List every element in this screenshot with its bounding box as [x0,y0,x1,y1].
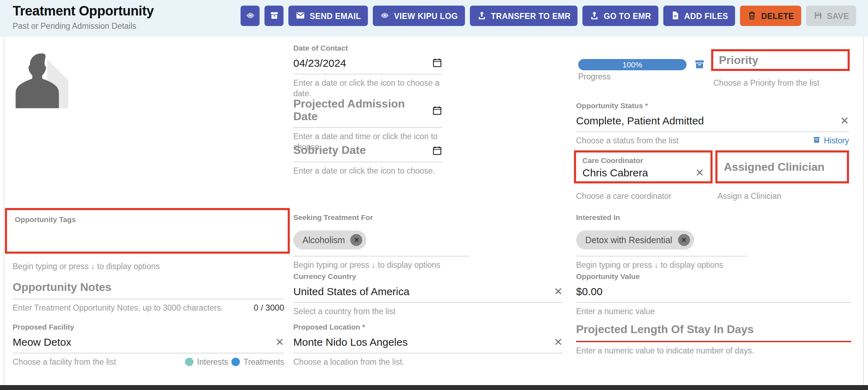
file-icon [670,10,680,21]
seeking-treatment-for-helper: Begin typing or press ↓ to display optio… [293,260,469,270]
proposed-facility-value: Meow Detox [13,336,71,347]
save-button[interactable]: SAVE [806,6,856,26]
view-kipu-log-button[interactable]: VIEW KIPU LOG [373,6,465,26]
opportunity-value-label: Opportunity Value [576,272,851,280]
left-border [4,37,4,385]
bottom-bar [0,385,868,390]
save-label: SAVE [827,12,849,20]
treatments-dot-icon [232,358,240,366]
legend-treatments-label: Treatments [244,358,284,366]
transfer-to-emr-button[interactable]: TRANSFER TO EMR [470,6,578,26]
opportunity-tags-label: Opportunity Tags [15,215,280,223]
care-coordinator-helper: Choose a care coordinator [576,191,671,201]
transfer-to-emr-label: TRANSFER TO EMR [491,12,571,20]
opportunity-value-input[interactable]: $0.00 [576,284,851,303]
proposed-facility-input[interactable]: Meow Detox ✕ [13,334,284,353]
facility-legend: Interests Treatments [185,358,284,366]
field-currency-country: Currency Country United States of Americ… [293,272,563,317]
interested-in-input[interactable]: Detox with Residential ✕ [576,225,747,256]
projected-length-of-stay-input[interactable]: Projected Length Of Stay In Days [576,323,851,342]
view-kipu-log-label: VIEW KIPU LOG [394,12,458,20]
interests-dot-icon [185,358,193,366]
date-of-contact-label: Date of Contact [293,44,442,52]
date-of-contact-input[interactable]: 04/23/2024 [293,56,442,74]
opportunity-status-input[interactable]: Complete, Patient Admitted ✕ [576,113,849,132]
sobriety-date-input[interactable]: Sobriety Date [293,143,442,162]
assigned-clinician-placeholder: Assigned Clinician [724,161,824,173]
header: Treatment Opportunity Past or Pending Ad… [0,0,868,37]
care-coordinator-value: Chris Cabrera [582,167,648,178]
chip-label: Detox with Residential [585,235,672,245]
save-icon [813,10,823,21]
sobriety-date-placeholder: Sobriety Date [293,144,366,157]
opportunity-notes-input[interactable]: Opportunity Notes [13,280,284,299]
chip-alcoholism: Alcoholism ✕ [293,230,367,249]
chip-remove-icon[interactable]: ✕ [678,234,690,246]
opportunity-tags-input[interactable]: Opportunity Tags [5,208,290,254]
send-email-button[interactable]: SEND EMAIL [288,6,368,26]
clear-icon[interactable]: ✕ [550,286,563,296]
interested-in-helper: Begin typing or press ↓ to display optio… [576,260,747,270]
progress-bar: 100% [578,59,687,70]
priority-input[interactable]: Priority [711,49,850,71]
chip-remove-icon[interactable]: ✕ [351,234,363,246]
calendar-icon[interactable] [432,105,442,116]
archive-box-icon [269,10,279,21]
care-coordinator-input[interactable]: Care Coordinator Chris Cabrera ✕ [574,150,713,183]
calendar-icon[interactable] [432,57,442,68]
field-date-of-contact: Date of Contact 04/23/2024 Enter a date … [293,44,442,98]
clear-icon[interactable]: ✕ [550,336,563,347]
upload-icon [590,10,600,21]
proposed-location-value: Monte Nido Los Angeles [293,336,408,347]
field-projected-length-of-stay: Projected Length Of Stay In Days Enter a… [576,323,851,356]
progress-archive-button[interactable] [694,58,706,70]
proposed-location-input[interactable]: Monte Nido Los Angeles ✕ [293,334,563,353]
opportunity-status-value: Complete, Patient Admitted [576,114,704,126]
toolbar: SEND EMAIL VIEW KIPU LOG TRANSFER TO EMR… [241,6,856,26]
priority-placeholder: Priority [719,54,758,66]
opportunity-notes-placeholder: Opportunity Notes [13,281,111,294]
eye-icon [380,10,390,21]
add-files-button[interactable]: ADD FILES [663,6,735,26]
proposed-location-helper: Choose a location from the list. [293,357,563,367]
legend-interests-label: Interests [197,358,228,366]
archive-box-icon [812,136,821,146]
go-to-emr-button[interactable]: GO TO EMR [583,6,658,26]
opportunity-value-helper: Enter a numeric value [576,306,851,317]
add-files-label: ADD FILES [684,12,728,20]
opportunity-status-helper: Choose a status from the list [576,136,678,146]
send-email-label: SEND EMAIL [309,12,361,20]
assigned-clinician-helper: Assign a Clinician [717,191,781,201]
envelope-icon [295,10,305,21]
archive-button[interactable] [264,6,283,26]
care-coordinator-label: Care Coordinator [582,156,704,164]
clear-icon[interactable]: ✕ [691,167,704,178]
priority-helper: Choose a Priority from the list [713,78,819,88]
opportunity-notes-helper: Enter Treatment Opportunity Notes, up to… [13,303,223,313]
page-subtitle: Past or Pending Admission Details [13,22,136,30]
status-history-link[interactable]: History [812,136,849,146]
seeking-treatment-for-label: Seeking Treatment For [293,213,469,221]
seeking-treatment-for-input[interactable]: Alcoholism ✕ [293,225,469,256]
projected-admission-date-input[interactable]: Projected Admission Date [293,98,442,128]
character-counter: 0 / 3000 [254,303,284,313]
clear-icon[interactable]: ✕ [271,336,284,347]
trash-icon [747,10,757,21]
go-to-emr-label: GO TO EMR [604,12,651,20]
currency-country-label: Currency Country [293,272,563,280]
currency-country-value: United States of America [293,285,409,297]
field-interested-in: Interested In Detox with Residential ✕ B… [576,213,747,270]
delete-button[interactable]: DELETE [740,6,801,26]
preview-eye-button[interactable] [241,6,260,26]
projected-length-of-stay-placeholder: Projected Length Of Stay In Days [576,323,754,336]
calendar-icon[interactable] [432,145,442,156]
currency-country-input[interactable]: United States of America ✕ [293,284,563,303]
assigned-clinician-input[interactable]: Assigned Clinician [715,150,849,183]
clear-icon[interactable]: ✕ [836,115,849,125]
page-title: Treatment Opportunity [13,4,154,19]
treatment-opportunity-page: Treatment Opportunity Past or Pending Ad… [0,0,868,390]
field-opportunity-status: Opportunity Status * Complete, Patient A… [576,101,849,146]
field-proposed-facility: Proposed Facility Meow Detox ✕ Choose a … [13,323,284,367]
archive-box-icon [694,60,706,72]
patient-avatar [12,51,79,108]
